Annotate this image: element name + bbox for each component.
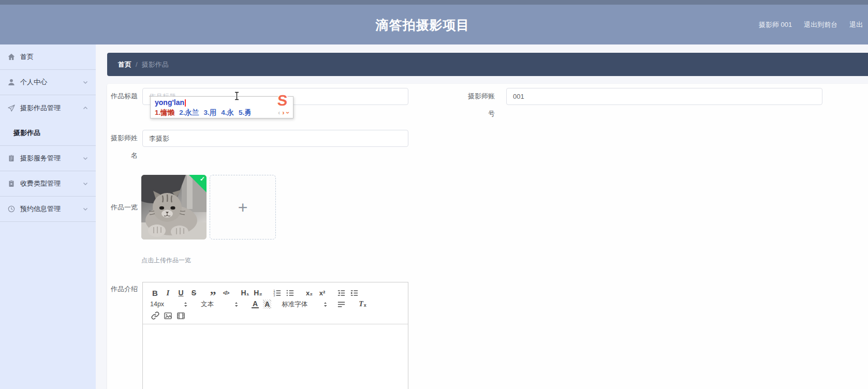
blockquote-button[interactable]: ” [208,290,218,301]
ime-pinyin-row: yong'lan [155,98,289,108]
ordered-list-icon: 123 [273,289,282,297]
work-intro-label: 作品介绍 [111,280,140,298]
font-family-select[interactable]: 标准字体 [282,300,327,309]
bullet-list-button[interactable] [285,288,295,298]
ime-caret [185,99,186,107]
clear-format-button[interactable]: T x [359,300,366,308]
sidebar-subitem-label: 摄影作品 [13,128,40,138]
heading2-button[interactable]: H₂ [253,288,263,298]
logout-link[interactable]: 退出 [849,20,863,29]
sogou-ime-logo: S [277,92,288,109]
svg-text:3: 3 [273,293,275,296]
page-title: 滴答拍摄影项目 [376,16,470,33]
ime-candidate-row: 1.慵懒 2.永兰 3.用 4.永 5.勇 ‹ › › [155,108,289,118]
image-icon [164,311,172,320]
user-icon [7,78,16,86]
ime-candidate-1[interactable]: 1.慵懒 [155,108,174,118]
app-header: 滴答拍摄影项目 摄影师 001 退出到前台 退出 [0,5,868,44]
exit-to-front-link[interactable]: 退出到前台 [804,20,837,29]
video-icon [176,311,185,320]
photographer-name-label: 摄影师姓名 [111,129,138,164]
font-size-select[interactable]: 14px [150,301,187,308]
sidebar-item-booking-management[interactable]: 预约信息管理 [0,197,96,222]
outdent-button[interactable] [336,288,346,298]
sidebar-item-home[interactable]: 首页 [0,44,96,70]
sidebar-item-label: 摄影服务管理 [20,154,61,163]
header-links: 摄影师 001 退出到前台 退出 [759,5,863,44]
bullet-list-icon [286,289,295,297]
align-button[interactable] [336,299,346,309]
editor-toolbar: B I U S ” </> H₁ H₂ 123 [143,282,408,324]
photographer-name-input[interactable] [142,130,408,147]
photographer-account-input[interactable] [506,88,822,105]
clipboard-x-icon [7,179,16,188]
chevron-up-icon [82,105,89,111]
paragraph-format-value: 文本 [201,300,214,309]
editor-content-area[interactable] [143,324,408,389]
breadcrumb-home[interactable]: 首页 [118,60,131,69]
link-icon [151,311,159,320]
highlight-color-button[interactable]: A [263,300,271,309]
breadcrumb: 首页 / 摄影作品 [107,53,868,76]
breadcrumb-separator: / [136,61,138,68]
ordered-list-button[interactable]: 123 [272,288,282,298]
ime-expand-icon[interactable]: › [283,112,293,114]
ime-popup: yong'lan 1.慵懒 2.永兰 3.用 4.永 5.勇 ‹ › › [150,96,293,118]
chevron-down-icon [82,155,89,161]
ime-pagination: ‹ › › [278,108,289,118]
stepper-icon [184,302,187,307]
window-top-strip [0,0,868,5]
ime-prev-page-icon[interactable]: ‹ [278,108,280,118]
add-photo-upload-button[interactable]: + [210,175,276,240]
clear-format-sub: x [364,303,366,308]
sidebar-item-label: 摄影作品管理 [20,103,61,113]
upload-hint-text: 点击上传作品一览 [141,256,191,265]
toolbar-row-1: B I U S ” </> H₁ H₂ 123 [150,287,401,298]
clock-icon [7,205,16,213]
heading1-button[interactable]: H₁ [240,288,250,298]
superscript-button[interactable]: x² [317,288,327,298]
strikethrough-button[interactable]: S [189,288,199,298]
bold-button[interactable]: B [150,288,160,298]
sidebar-item-label: 预约信息管理 [20,204,61,214]
work-title-label: 作品标题 [111,87,140,104]
send-icon [7,104,16,112]
ime-candidate-2[interactable]: 2.永兰 [179,108,199,118]
toolbar-row-3 [150,310,401,321]
sidebar-item-fee-type-management[interactable]: 收费类型管理 [0,171,96,197]
sidebar: 首页 个人中心 摄影作品管理 摄影作品 摄影服务管理 收费类型管理 预约信息管理 [0,44,96,389]
breadcrumb-current: 摄影作品 [142,60,169,69]
rich-text-editor: B I U S ” </> H₁ H₂ 123 [142,282,408,389]
chevron-down-icon [82,181,89,187]
uploaded-photo-thumbnail[interactable]: ✓ [141,175,207,240]
sidebar-item-personal-center[interactable]: 个人中心 [0,70,96,95]
code-block-button[interactable]: </> [221,288,231,298]
sidebar-item-works-management[interactable]: 摄影作品管理 [0,95,96,121]
chevron-down-icon [82,79,89,85]
stepper-icon [323,302,327,307]
sidebar-item-label: 个人中心 [20,78,47,87]
sidebar-subitem-works[interactable]: 摄影作品 [0,121,96,146]
paragraph-format-select[interactable]: 文本 [201,300,238,309]
ime-candidate-3[interactable]: 3.用 [204,108,217,118]
underline-button[interactable]: U [176,288,186,298]
toolbar-row-2: 14px 文本 A A 标准字体 [150,298,401,310]
subscript-button[interactable]: x₂ [304,288,314,298]
ime-pinyin-text: yong'lan [155,98,184,108]
insert-link-button[interactable] [150,310,160,321]
font-color-button[interactable]: A [252,301,259,308]
sidebar-item-label: 首页 [20,52,34,62]
ime-candidate-5[interactable]: 5.勇 [239,108,252,118]
sidebar-item-service-management[interactable]: 摄影服务管理 [0,146,96,171]
clear-format-letter: T [359,300,363,308]
ime-candidate-4[interactable]: 4.永 [221,108,234,118]
italic-button[interactable]: I [163,288,173,298]
indent-button[interactable] [349,288,359,298]
insert-video-button[interactable] [176,310,186,321]
photographer-account-label: 摄影师账号 [468,87,495,123]
header-username: 摄影师 001 [759,20,792,29]
indent-icon [350,289,359,297]
plus-icon: + [238,199,248,216]
insert-image-button[interactable] [163,310,173,321]
outdent-icon [337,289,346,297]
